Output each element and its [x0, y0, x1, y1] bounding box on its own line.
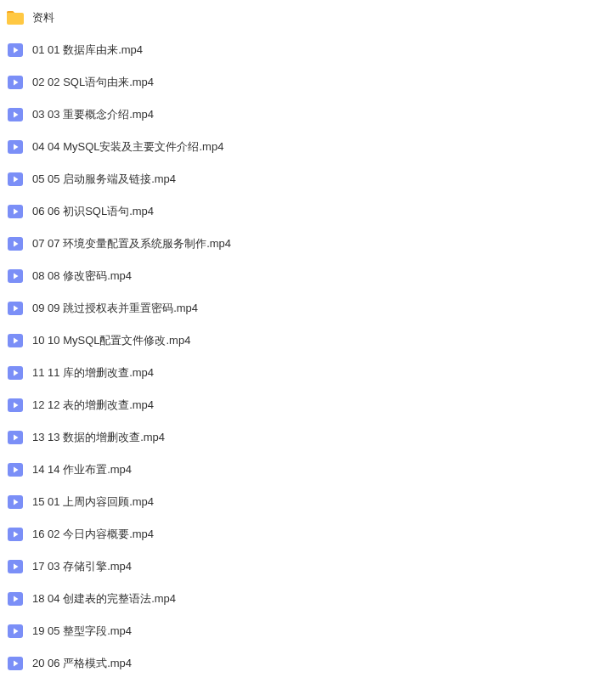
file-name: 资料 [32, 10, 54, 25]
file-name: 11 11 库的增删改查.mp4 [32, 365, 154, 381]
file-name: 05 05 启动服务端及链接.mp4 [32, 172, 176, 187]
file-item[interactable]: 16 02 今日内容概要.mp4 [0, 518, 598, 550]
video-icon [7, 43, 24, 57]
file-name: 02 02 SQL语句由来.mp4 [32, 75, 154, 90]
video-icon [7, 592, 24, 606]
file-name: 04 04 MySQL安装及主要文件介绍.mp4 [32, 139, 223, 155]
video-icon [7, 657, 24, 670]
file-item[interactable]: 07 07 环境变量配置及系统服务制作.mp4 [0, 228, 598, 260]
file-name: 12 12 表的增删改查.mp4 [32, 398, 154, 413]
file-item[interactable]: 12 12 表的增删改查.mp4 [0, 389, 598, 421]
file-name: 15 01 上周内容回顾.mp4 [32, 494, 154, 510]
video-icon [7, 76, 24, 89]
file-item[interactable]: 18 04 创建表的完整语法.mp4 [0, 583, 598, 615]
file-name: 07 07 环境变量配置及系统服务制作.mp4 [32, 236, 231, 251]
file-name: 03 03 重要概念介绍.mp4 [32, 107, 154, 122]
video-icon [7, 334, 24, 347]
video-icon [7, 528, 24, 541]
video-icon [7, 269, 24, 283]
file-name: 14 14 作业布置.mp4 [32, 462, 132, 477]
file-name: 10 10 MySQL配置文件修改.mp4 [32, 333, 190, 348]
file-item[interactable]: 17 03 存储引擎.mp4 [0, 550, 598, 583]
file-item[interactable]: 15 01 上周内容回顾.mp4 [0, 486, 598, 518]
file-item[interactable]: 03 03 重要概念介绍.mp4 [0, 99, 598, 131]
file-name: 18 04 创建表的完整语法.mp4 [32, 591, 176, 607]
file-item[interactable]: 02 02 SQL语句由来.mp4 [0, 66, 598, 99]
file-item[interactable]: 13 13 数据的增删改查.mp4 [0, 421, 598, 454]
video-icon [7, 172, 24, 186]
file-item[interactable]: 11 11 库的增删改查.mp4 [0, 357, 598, 389]
video-icon [7, 366, 24, 380]
video-icon [7, 495, 24, 509]
video-icon [7, 205, 24, 218]
file-name: 13 13 数据的增删改查.mp4 [32, 430, 165, 445]
video-icon [7, 463, 24, 477]
file-name: 09 09 跳过授权表并重置密码.mp4 [32, 301, 198, 316]
file-item[interactable]: 01 01 数据库由来.mp4 [0, 34, 598, 66]
folder-icon [7, 11, 24, 25]
file-name: 01 01 数据库由来.mp4 [32, 42, 143, 58]
file-item[interactable]: 19 05 整型字段.mp4 [0, 615, 598, 647]
file-item[interactable]: 资料 [0, 2, 598, 34]
video-icon [7, 302, 24, 315]
file-name: 20 06 严格模式.mp4 [32, 656, 132, 671]
file-item[interactable]: 20 06 严格模式.mp4 [0, 647, 598, 680]
file-item[interactable]: 06 06 初识SQL语句.mp4 [0, 195, 598, 228]
file-name: 06 06 初识SQL语句.mp4 [32, 204, 154, 219]
file-item[interactable]: 10 10 MySQL配置文件修改.mp4 [0, 325, 598, 357]
video-icon [7, 431, 24, 444]
file-name: 19 05 整型字段.mp4 [32, 624, 132, 639]
video-icon [7, 140, 24, 154]
video-icon [7, 398, 24, 412]
video-icon [7, 108, 24, 121]
file-item[interactable]: 14 14 作业布置.mp4 [0, 454, 598, 486]
video-icon [7, 624, 24, 638]
file-item[interactable]: 09 09 跳过授权表并重置密码.mp4 [0, 292, 598, 325]
file-item[interactable]: 04 04 MySQL安装及主要文件介绍.mp4 [0, 131, 598, 163]
file-name: 16 02 今日内容概要.mp4 [32, 527, 154, 542]
file-name: 08 08 修改密码.mp4 [32, 268, 132, 284]
video-icon [7, 237, 24, 251]
file-item[interactable]: 08 08 修改密码.mp4 [0, 260, 598, 292]
video-icon [7, 560, 24, 573]
file-item[interactable]: 05 05 启动服务端及链接.mp4 [0, 163, 598, 195]
file-list: 资料01 01 数据库由来.mp402 02 SQL语句由来.mp403 03 … [0, 2, 598, 680]
file-name: 17 03 存储引擎.mp4 [32, 559, 132, 574]
